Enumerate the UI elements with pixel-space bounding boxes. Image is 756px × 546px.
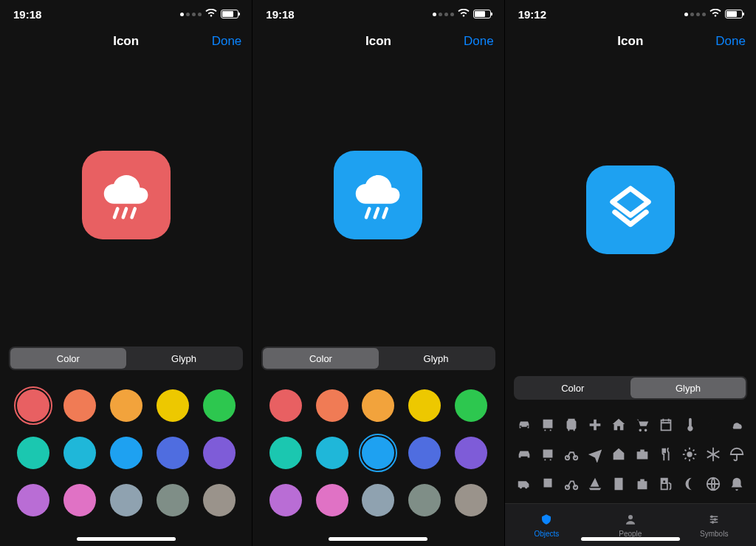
color-swatch[interactable] — [316, 437, 348, 469]
segment-glyph[interactable]: Glyph — [379, 348, 494, 369]
calendar-icon[interactable] — [657, 416, 675, 434]
color-swatch[interactable] — [408, 437, 441, 469]
color-swatch[interactable] — [269, 484, 302, 516]
van-icon[interactable] — [515, 475, 533, 493]
sun-icon[interactable] — [681, 446, 698, 463]
svg-point-23 — [628, 515, 633, 519]
status-time: 19:12 — [518, 8, 546, 21]
color-swatch[interactable] — [408, 484, 441, 516]
umbrella-icon[interactable] — [728, 446, 746, 463]
battery-icon — [221, 10, 238, 18]
color-swatch[interactable] — [316, 389, 348, 422]
color-swatch[interactable] — [455, 484, 487, 516]
color-swatch[interactable] — [17, 437, 49, 469]
tram-icon[interactable] — [563, 416, 580, 434]
shortcuts-icon — [602, 182, 659, 238]
color-swatch[interactable] — [362, 437, 394, 469]
color-swatch[interactable] — [110, 484, 142, 516]
bicycle-icon[interactable] — [563, 446, 580, 463]
svg-line-1 — [123, 208, 126, 217]
segmented-control[interactable]: Color Glyph — [514, 376, 747, 400]
metro-icon[interactable] — [539, 475, 557, 493]
segment-glyph[interactable]: Glyph — [630, 378, 746, 398]
glyph-grid — [505, 406, 756, 493]
color-swatch[interactable] — [455, 389, 487, 422]
color-swatch[interactable] — [110, 389, 142, 422]
color-swatch-grid — [0, 376, 252, 546]
color-swatch[interactable] — [110, 437, 142, 469]
color-swatch[interactable] — [17, 484, 49, 516]
color-swatch[interactable] — [455, 437, 487, 469]
color-swatch[interactable] — [269, 437, 302, 469]
home-indicator[interactable] — [77, 537, 176, 541]
color-swatch[interactable] — [157, 437, 189, 469]
segment-color[interactable]: Color — [10, 348, 126, 369]
fork-knife-icon[interactable] — [657, 446, 675, 463]
car2-icon[interactable] — [515, 446, 533, 463]
tab-objects[interactable]: Objects — [505, 504, 588, 546]
bicycle2-icon[interactable] — [563, 475, 580, 493]
segment-color[interactable]: Color — [263, 348, 378, 369]
color-swatch[interactable] — [408, 389, 441, 422]
airplane-icon[interactable] — [586, 446, 604, 463]
screen-3: 19:12 Icon Done Color Glyph ObjectsPeopl… — [504, 0, 756, 546]
battery-icon — [725, 10, 743, 18]
moon-night-icon[interactable] — [681, 475, 698, 493]
cellular-icon — [180, 13, 202, 16]
globe-icon[interactable] — [704, 475, 722, 493]
sailboat-icon[interactable] — [586, 475, 604, 493]
home2-icon[interactable] — [610, 446, 628, 463]
house-icon[interactable] — [610, 416, 628, 434]
svg-line-13 — [684, 450, 686, 451]
color-swatch[interactable] — [362, 484, 394, 516]
color-swatch[interactable] — [63, 437, 96, 469]
color-swatch[interactable] — [17, 389, 49, 422]
wifi-icon — [205, 8, 217, 20]
done-button[interactable]: Done — [715, 34, 746, 49]
color-swatch[interactable] — [316, 484, 348, 516]
color-swatch[interactable] — [63, 484, 96, 516]
cart-icon[interactable] — [633, 416, 651, 434]
color-swatch[interactable] — [157, 484, 189, 516]
building-icon[interactable] — [610, 475, 628, 493]
color-swatch[interactable] — [269, 389, 302, 422]
color-swatch[interactable] — [203, 484, 236, 516]
weather-icon[interactable] — [728, 416, 746, 434]
segmented-control[interactable]: Color Glyph — [261, 347, 495, 370]
battery-icon — [473, 10, 491, 18]
nav-bar: Icon Done — [0, 25, 252, 58]
fuel-icon[interactable] — [657, 475, 675, 493]
thermometer-icon[interactable] — [681, 416, 698, 434]
cellular-icon — [433, 13, 454, 16]
page-title: Icon — [365, 34, 391, 49]
briefcase-icon[interactable] — [633, 446, 651, 463]
status-time: 19:18 — [13, 8, 41, 21]
snowflake-icon[interactable] — [704, 446, 722, 463]
color-swatch[interactable] — [63, 389, 96, 422]
color-swatch[interactable] — [203, 437, 236, 469]
home-indicator[interactable] — [581, 537, 680, 541]
svg-line-5 — [384, 208, 387, 217]
done-button[interactable]: Done — [464, 34, 494, 49]
moon-icon[interactable] — [704, 416, 722, 434]
home-indicator[interactable] — [329, 537, 427, 541]
svg-line-15 — [693, 450, 694, 451]
bus-icon[interactable] — [539, 416, 557, 434]
segmented-control[interactable]: Color Glyph — [9, 347, 243, 370]
done-button[interactable]: Done — [212, 34, 242, 49]
bell-icon[interactable] — [728, 475, 746, 493]
color-swatch[interactable] — [362, 389, 394, 422]
wifi-icon — [458, 8, 470, 20]
color-swatch[interactable] — [157, 389, 189, 422]
segment-color[interactable]: Color — [515, 378, 630, 398]
tab-symbols[interactable]: Symbols — [673, 504, 756, 546]
suitcase-icon[interactable] — [633, 475, 651, 493]
svg-line-16 — [684, 458, 686, 460]
segment-glyph[interactable]: Glyph — [126, 348, 242, 369]
nav-bar: Icon Done — [505, 25, 756, 58]
plus-icon[interactable] — [586, 416, 604, 434]
car-icon[interactable] — [515, 416, 533, 434]
color-swatch[interactable] — [203, 389, 236, 422]
bus2-icon[interactable] — [539, 446, 557, 463]
rain-cloud-icon — [347, 164, 409, 226]
